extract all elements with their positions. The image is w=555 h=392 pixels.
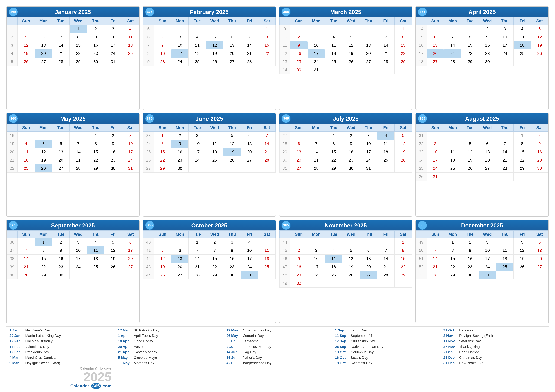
day-cell: 16 (342, 148, 360, 156)
day-cell (360, 25, 377, 33)
day-cell: 21 (52, 50, 70, 58)
holiday-date: 25 Dec (443, 356, 458, 360)
holiday-name: Mardi Gras Carnival (25, 356, 56, 360)
badge-365: 365 (8, 221, 18, 230)
day-cell: 17 (496, 41, 514, 50)
day-cell: 14 (496, 148, 514, 156)
day-cell: 17 (70, 255, 87, 263)
day-cell: 13 (223, 41, 241, 50)
day-cell: 27 (52, 164, 70, 172)
day-cell: 15 (444, 255, 461, 263)
holiday-date: 17 Sep (335, 339, 349, 344)
week-number: 17 (416, 50, 427, 58)
day-cell (35, 25, 52, 33)
month-title-may: May 2025 (60, 115, 86, 122)
day-cell (307, 25, 325, 33)
day-cell: 28 (496, 164, 514, 172)
day-header-sun: Sun (290, 17, 307, 25)
day-cell: 13 (241, 140, 258, 148)
day-cell: 21 (17, 263, 35, 271)
holiday-item: 14 JunFlag Day (226, 350, 329, 355)
day-cell: 22 (87, 156, 104, 164)
holiday-item: 17 MarSt. Patrick's Day (118, 328, 220, 333)
holiday-name: Memorial Day (242, 334, 264, 338)
day-cell: 4 (87, 238, 104, 246)
day-header-tue: Tue (325, 124, 342, 131)
calendar-table-december: SunMonTueWedThuFriSat4912345650789101112… (416, 230, 548, 279)
day-header-thu: Thu (360, 17, 377, 25)
month-title-july: July 2025 (333, 115, 358, 122)
day-cell: 12 (461, 148, 479, 156)
day-cell: 27 (122, 263, 139, 271)
day-cell (17, 238, 35, 246)
day-cell: 12 (154, 255, 171, 263)
day-cell: 3 (223, 238, 241, 246)
day-cell: 27 (360, 58, 377, 66)
week-number: 31 (416, 131, 427, 140)
day-cell: 8 (394, 246, 412, 255)
week-number: 25 (143, 148, 154, 156)
holiday-item: 27 NovThanksgiving (443, 345, 546, 349)
month-header-october: 365October 2025 (143, 220, 276, 230)
day-cell: 12 (17, 41, 35, 50)
day-cell: 22 (444, 263, 461, 271)
day-cell: 17 (171, 50, 189, 58)
day-cell: 16 (479, 41, 496, 50)
day-cell: 14 (427, 255, 444, 263)
week-number: 14 (280, 66, 290, 74)
holiday-item: 25 DecChristmas Day (443, 356, 546, 360)
day-cell: 7 (258, 131, 276, 140)
day-cell (514, 58, 531, 66)
day-cell: 6 (122, 238, 139, 246)
day-cell (360, 238, 377, 246)
holiday-item: 20 AprEaster (118, 345, 220, 349)
day-cell: 18 (514, 41, 531, 50)
day-cell: 22 (35, 263, 52, 271)
day-cell (307, 131, 325, 140)
day-cell: 2 (479, 25, 496, 33)
brand-365-badge: 365 (91, 383, 102, 389)
day-header-tue: Tue (189, 17, 206, 25)
day-cell: 31 (427, 172, 444, 181)
day-cell (290, 238, 307, 246)
holiday-item: 8 JunPentecost (226, 339, 329, 344)
day-cell: 10 (122, 140, 139, 148)
holiday-name: Easter (134, 345, 144, 349)
day-cell: 27 (479, 164, 496, 172)
day-cell: 2 (171, 131, 189, 140)
day-cell: 31 (104, 58, 122, 66)
day-cell: 23 (290, 271, 307, 279)
week-number: 3 (7, 41, 18, 50)
day-cell (87, 271, 104, 279)
day-cell: 28 (17, 271, 35, 279)
day-cell: 27 (427, 58, 444, 66)
day-cell (444, 172, 461, 181)
calendar-table-march: SunMonTueWedThuFriSat9110234567811910111… (279, 17, 412, 74)
day-cell: 29 (514, 164, 531, 172)
holiday-name: September 11th (351, 334, 376, 338)
day-cell: 23 (342, 156, 360, 164)
day-cell: 11 (444, 148, 461, 156)
day-cell (154, 25, 171, 33)
day-cell: 20 (52, 156, 70, 164)
holiday-date: 4 Jul (226, 361, 241, 365)
day-header-fri: Fri (514, 17, 531, 25)
day-header-wed: Wed (479, 17, 496, 25)
day-cell: 9 (87, 33, 104, 41)
day-header-wed: Wed (70, 230, 87, 238)
day-header-fri: Fri (514, 124, 531, 131)
week-number: 36 (7, 238, 18, 246)
day-cell: 3 (122, 131, 139, 140)
day-cell: 8 (154, 140, 171, 148)
badge-365: 365 (281, 7, 291, 17)
month-title-november: November 2025 (325, 222, 367, 229)
week-number: 1 (7, 25, 18, 33)
holiday-name: Native American Day (351, 345, 383, 349)
day-cell: 21 (241, 50, 258, 58)
day-cell (496, 131, 514, 140)
day-cell: 12 (35, 148, 52, 156)
day-cell (394, 279, 412, 287)
holiday-item: 11 MayMother's Day (118, 361, 220, 365)
holiday-date: 17 Mar (118, 328, 132, 333)
day-cell: 1 (394, 238, 412, 246)
